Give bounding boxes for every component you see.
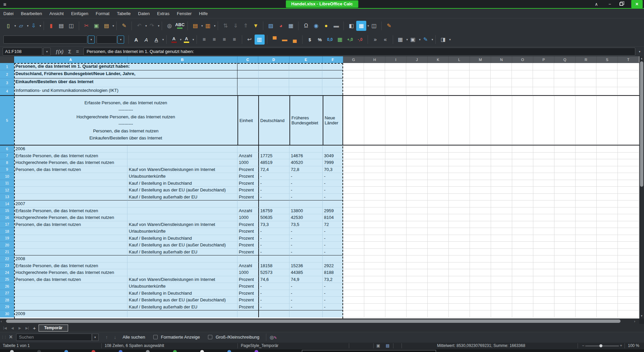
cell-T8[interactable] [618, 159, 639, 166]
cell-I27[interactable] [385, 290, 407, 297]
cell-D22[interactable] [258, 255, 289, 262]
cell-T27[interactable] [618, 290, 639, 297]
cell-P4[interactable] [533, 87, 554, 95]
cell-T18[interactable] [618, 228, 639, 235]
taskbar-app-icon[interactable] [92, 350, 95, 352]
cell-L9[interactable] [449, 166, 470, 173]
cell-B20[interactable]: Kauf / Bestellung aus der EU (außer Deut… [127, 242, 237, 249]
cell-A25[interactable]: Personen, die das Internet nutzen [14, 276, 127, 283]
cell-H30[interactable] [364, 310, 385, 317]
cell-M27[interactable] [470, 290, 491, 297]
cell-Q19[interactable] [554, 235, 576, 242]
cell-H17[interactable] [364, 221, 385, 228]
cut-icon[interactable]: ✂ [82, 21, 92, 31]
cell-H16[interactable] [364, 214, 385, 221]
cell-M22[interactable] [470, 255, 491, 262]
cell-A24[interactable]: Hochgerechnete Personen, die das Interne… [14, 269, 127, 276]
cell-R7[interactable] [576, 153, 597, 160]
cell-E21[interactable]: - [289, 249, 323, 256]
cell-S3[interactable] [596, 78, 618, 87]
cell-S4[interactable] [596, 87, 618, 95]
hamburger-menu-icon[interactable]: ≡ [3, 1, 6, 7]
cell-B17[interactable]: Kauf von Waren/Dienstleistungen im Inter… [127, 221, 237, 228]
cell-O20[interactable] [512, 242, 533, 249]
cell-O30[interactable] [512, 310, 533, 317]
cell-H12[interactable] [364, 187, 385, 194]
show-grid-icon[interactable]: ▦ [356, 21, 366, 31]
cell-K12[interactable] [428, 187, 449, 194]
cell-M26[interactable] [470, 283, 491, 290]
cell-E13[interactable]: - [289, 194, 323, 201]
cell-R23[interactable] [576, 262, 597, 270]
freeze-panes-icon[interactable]: ◧ [346, 21, 356, 31]
cell-M1[interactable] [470, 63, 491, 70]
column-header-D[interactable]: D [258, 56, 289, 63]
cell-I14[interactable] [385, 200, 407, 208]
cell-F28[interactable]: - [323, 297, 343, 304]
cell-N30[interactable] [491, 310, 512, 317]
cell-F14[interactable] [323, 200, 343, 208]
cell-P18[interactable] [533, 228, 554, 235]
cell-K26[interactable] [428, 283, 449, 290]
cell-S21[interactable] [597, 249, 618, 256]
cell-F4[interactable] [322, 87, 343, 95]
cell-L19[interactable] [449, 235, 470, 242]
cell-L5[interactable] [449, 96, 470, 145]
italic-icon[interactable]: A [141, 35, 151, 45]
cell-S25[interactable] [597, 276, 618, 283]
restore-icon[interactable] [620, 2, 623, 6]
cell-A1[interactable]: Personen, die das Internet im 1. Quartal… [14, 63, 237, 70]
cell-E19[interactable]: - [289, 235, 323, 242]
pivot-table-icon[interactable]: ▦ [286, 21, 296, 31]
cell-K13[interactable] [428, 194, 449, 201]
headers-footers-icon[interactable]: ▬ [331, 21, 341, 31]
taskbar-app-icon[interactable] [64, 350, 68, 352]
cell-Q26[interactable] [554, 283, 576, 290]
special-character-icon[interactable]: Ω [301, 21, 311, 31]
cell-Q13[interactable] [554, 194, 576, 201]
cell-C8[interactable]: 1000 [237, 159, 258, 166]
font-size-combo-dropdown-icon[interactable]: ▾ [117, 36, 124, 44]
cell-G25[interactable] [343, 276, 364, 283]
cell-Q21[interactable] [554, 249, 576, 256]
cell-J20[interactable] [407, 242, 428, 249]
cell-K24[interactable] [428, 269, 449, 276]
cell-C1[interactable] [237, 63, 258, 70]
cell-N12[interactable] [491, 187, 512, 194]
cell-A9[interactable]: Personen, die das Internet nutzen [14, 166, 127, 173]
close-find-bar-icon[interactable]: × [9, 334, 13, 341]
cell-S17[interactable] [597, 221, 618, 228]
cell-R11[interactable] [576, 180, 597, 187]
cell-E1[interactable] [289, 63, 322, 70]
cell-R9[interactable] [576, 166, 597, 173]
column-header-E[interactable]: E [289, 56, 323, 63]
cell-D9[interactable]: 72,4 [258, 166, 289, 173]
cell-Q6[interactable] [554, 145, 576, 153]
cell-C14[interactable] [237, 200, 258, 208]
find-previous-icon[interactable]: ↑ [106, 335, 108, 340]
cell-K10[interactable] [428, 173, 449, 180]
cell-P2[interactable] [533, 70, 554, 78]
cell-M24[interactable] [470, 269, 491, 276]
find-replace-icon[interactable]: ◎ [164, 21, 174, 31]
cell-G30[interactable] [343, 310, 364, 317]
cell-G26[interactable] [343, 283, 364, 290]
cell-M29[interactable] [470, 304, 491, 311]
cell-H8[interactable] [364, 159, 385, 166]
row-header-4[interactable]: 4 [0, 87, 14, 95]
cell-A11[interactable] [14, 180, 127, 187]
cell-M9[interactable] [470, 166, 491, 173]
hyperlink-icon[interactable]: ◉ [311, 21, 321, 31]
cell-G21[interactable] [343, 249, 364, 256]
column-header-O[interactable]: O [512, 56, 533, 63]
highlight-color-icon-dropdown[interactable]: ▾ [193, 38, 194, 41]
cell-R8[interactable] [576, 159, 597, 166]
cell-O19[interactable] [512, 235, 533, 242]
cell-N29[interactable] [491, 304, 512, 311]
cell-F7[interactable]: 3049 [323, 153, 343, 160]
cell-N13[interactable] [491, 194, 512, 201]
cell-T24[interactable] [618, 269, 639, 276]
column-header-I[interactable]: I [385, 56, 407, 63]
cell-S8[interactable] [597, 159, 618, 166]
cell-E2[interactable] [289, 70, 322, 78]
